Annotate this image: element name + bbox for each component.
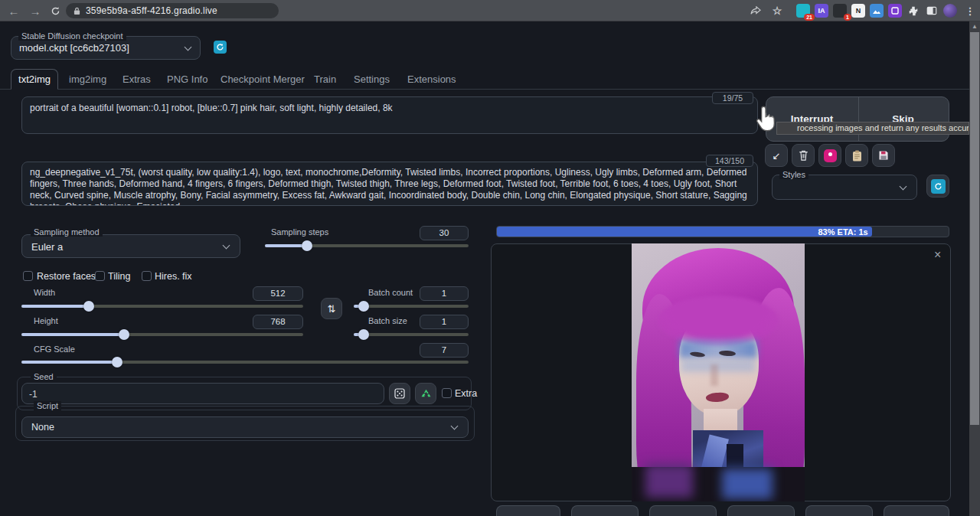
tab-train[interactable]: Train — [314, 73, 336, 85]
cfg-scale-slider[interactable] — [21, 361, 469, 364]
sampling-steps-value[interactable]: 30 — [420, 226, 469, 240]
extension-image-icon[interactable] — [870, 4, 884, 18]
send-to-img2img-button[interactable] — [727, 505, 795, 516]
slider-handle[interactable] — [83, 301, 94, 312]
tab-settings[interactable]: Settings — [354, 73, 390, 85]
tab-txt2img[interactable]: txt2img — [11, 69, 58, 90]
seed-label: Seed — [31, 372, 57, 381]
tab-extras[interactable]: Extras — [122, 73, 151, 85]
open-folder-button[interactable] — [496, 505, 560, 516]
seed-input[interactable]: -1 — [21, 383, 384, 404]
script-label: Script — [34, 401, 61, 410]
generate-button-group: Interrupt Skip — [766, 96, 949, 142]
save-button[interactable] — [571, 505, 639, 516]
checkpoint-value: model.ckpt [cc6cb27103] — [19, 42, 129, 54]
styles-refresh-button[interactable] — [926, 175, 949, 198]
random-seed-button[interactable] — [389, 383, 410, 404]
width-value[interactable]: 512 — [253, 286, 303, 301]
swap-dimensions-button[interactable]: ⇅ — [321, 298, 342, 319]
sampling-steps-slider[interactable] — [265, 244, 469, 247]
width-slider[interactable] — [21, 305, 303, 308]
profile-avatar[interactable] — [943, 4, 957, 18]
chevron-down-icon — [223, 242, 230, 250]
arrow-down-left-icon: ↙ — [773, 150, 781, 162]
chevron-down-icon — [185, 44, 192, 51]
send-to-extras-button[interactable] — [884, 505, 949, 516]
progress-label: 83% ETA: 1s — [818, 227, 871, 237]
browser-forward-icon[interactable]: → — [28, 3, 43, 18]
prompt-textarea[interactable]: portrait of a beautiful [woman::0.1] rob… — [21, 96, 758, 134]
batch-size-value[interactable]: 1 — [420, 315, 469, 329]
swap-arrows-icon: ⇅ — [328, 303, 336, 315]
send-to-inpaint-button[interactable] — [805, 505, 873, 516]
browser-reload-icon[interactable] — [47, 3, 63, 18]
cfg-scale-value[interactable]: 7 — [420, 343, 469, 358]
batch-size-label: Batch size — [365, 316, 410, 325]
batch-size-slider[interactable] — [354, 333, 469, 336]
extension-dark-icon[interactable]: 1 — [833, 4, 847, 18]
url-text: 359e5b9a-a5ff-4216.gradio.live — [86, 5, 217, 16]
close-icon[interactable]: × — [934, 248, 941, 262]
extension-notion-icon[interactable]: N — [851, 4, 865, 18]
negative-prompt-textarea[interactable]: ng_deepnegative_v1_75t, (worst quality, … — [21, 162, 758, 206]
slider-handle[interactable] — [119, 329, 129, 340]
restore-faces-checkbox[interactable] — [23, 271, 33, 281]
tiling-checkbox[interactable] — [95, 271, 105, 281]
share-icon[interactable] — [749, 4, 763, 18]
apply-style-button[interactable] — [845, 144, 868, 167]
extension-badge: 21 — [804, 14, 815, 21]
slider-handle[interactable] — [358, 329, 369, 340]
lock-icon — [74, 7, 80, 15]
save-style-button[interactable] — [872, 144, 895, 167]
checkpoint-refresh-button[interactable] — [214, 41, 227, 54]
tab-img2img[interactable]: img2img — [69, 73, 106, 85]
width-label: Width — [31, 288, 58, 297]
tab-png-info[interactable]: PNG Info — [167, 73, 207, 85]
hires-fix-checkbox[interactable] — [142, 271, 152, 281]
extension-office-icon[interactable] — [888, 4, 902, 18]
clipboard-icon — [852, 150, 862, 162]
hand-cursor-icon — [755, 104, 779, 136]
tab-checkpoint-merger[interactable]: Checkpoint Merger — [220, 73, 305, 85]
chevron-down-icon — [451, 423, 459, 430]
styles-label: Styles — [779, 170, 808, 179]
slider-handle[interactable] — [302, 240, 312, 251]
slider-handle[interactable] — [358, 301, 369, 312]
paste-parameters-button[interactable]: ↙ — [765, 144, 788, 167]
extra-networks-button[interactable] — [818, 144, 841, 167]
generation-progress-bar: 83% ETA: 1s — [496, 226, 949, 237]
shoulder-glow-left — [645, 464, 693, 498]
scrollbar-up-icon[interactable]: ▲ — [972, 23, 978, 30]
batch-count-slider[interactable] — [354, 305, 469, 308]
zip-button[interactable] — [649, 505, 717, 516]
extension-teal-icon[interactable]: 21 — [796, 4, 810, 18]
tab-extensions[interactable]: Extensions — [407, 73, 456, 85]
extensions-puzzle-icon[interactable] — [906, 4, 920, 18]
generated-image-preview[interactable] — [632, 243, 805, 501]
clear-prompt-button[interactable] — [792, 144, 815, 167]
prompt-token-counter: 19/75 — [712, 92, 753, 104]
side-panel-icon[interactable] — [925, 4, 939, 18]
checkpoint-label: Stable Diffusion checkpoint — [18, 31, 126, 41]
shoulder-glow-right — [722, 469, 773, 499]
height-slider[interactable] — [21, 333, 303, 336]
refresh-icon — [931, 179, 946, 194]
extension-ia-icon[interactable]: IA — [815, 4, 828, 18]
extra-seed-checkbox[interactable] — [442, 388, 452, 398]
sampling-method-dropdown[interactable]: Euler a — [21, 234, 240, 258]
address-bar[interactable]: 359e5b9a-a5ff-4216.gradio.live — [66, 3, 279, 18]
seed-value: -1 — [29, 389, 38, 400]
height-value[interactable]: 768 — [253, 315, 303, 329]
browser-menu-icon[interactable]: ⋮ — [963, 4, 977, 18]
dice-icon — [394, 388, 405, 399]
scrollbar-thumb[interactable] — [970, 32, 979, 425]
page-scrollbar[interactable]: ▲ — [969, 21, 980, 516]
reuse-seed-button[interactable] — [415, 383, 436, 404]
batch-count-value[interactable]: 1 — [420, 286, 469, 301]
script-value: None — [31, 422, 54, 433]
browser-back-icon[interactable]: ← — [6, 3, 21, 18]
script-dropdown[interactable]: None — [21, 416, 469, 438]
bookmark-star-icon[interactable]: ☆ — [770, 4, 784, 18]
save-icon — [878, 150, 889, 161]
slider-handle[interactable] — [112, 357, 122, 367]
